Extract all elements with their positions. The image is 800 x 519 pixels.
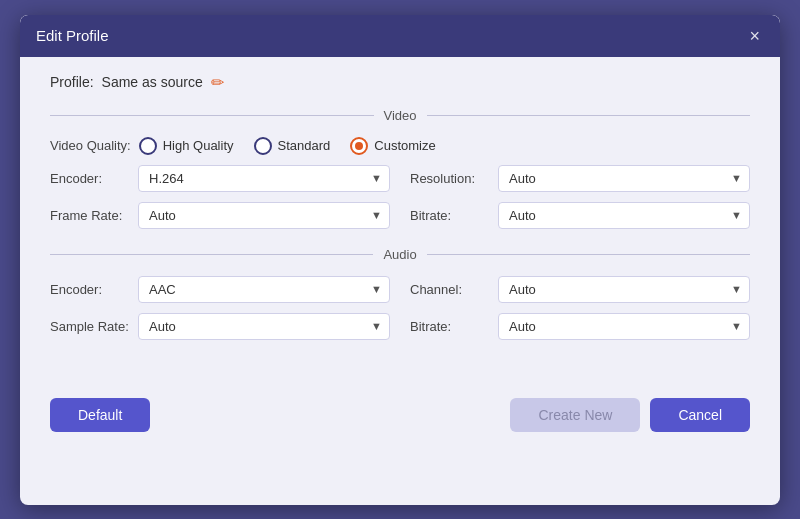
resolution-select[interactable]: Auto 1920x1080 1280x720 <box>498 165 750 192</box>
sample-rate-row: Sample Rate: Auto 44100 48000 ▼ <box>50 313 390 340</box>
create-new-button[interactable]: Create New <box>510 398 640 432</box>
video-encoder-select-wrapper: H.264 H.265 MPEG-4 ▼ <box>138 165 390 192</box>
quality-high-label: High Quality <box>163 138 234 153</box>
video-fields-grid: Encoder: H.264 H.265 MPEG-4 ▼ Resolution… <box>50 165 750 229</box>
video-divider: Video <box>50 108 750 123</box>
video-encoder-select[interactable]: H.264 H.265 MPEG-4 <box>138 165 390 192</box>
edit-profile-dialog: Edit Profile × Profile: Same as source ✏… <box>20 15 780 505</box>
audio-encoder-select[interactable]: AAC MP3 AC3 <box>138 276 390 303</box>
audio-encoder-label: Encoder: <box>50 282 130 297</box>
video-bitrate-select[interactable]: Auto 1000k 2000k 4000k <box>498 202 750 229</box>
sample-rate-label: Sample Rate: <box>50 319 130 334</box>
radio-customize[interactable]: Customize <box>350 137 435 155</box>
channel-label: Channel: <box>410 282 490 297</box>
frame-rate-row: Frame Rate: Auto 24 25 30 60 ▼ <box>50 202 390 229</box>
audio-fields-grid: Encoder: AAC MP3 AC3 ▼ Channel: <box>50 276 750 340</box>
edit-profile-icon[interactable]: ✏ <box>211 73 224 92</box>
resolution-select-wrapper: Auto 1920x1080 1280x720 ▼ <box>498 165 750 192</box>
dialog-body: Profile: Same as source ✏ Video Video Qu… <box>20 57 780 378</box>
radio-circle-high <box>139 137 157 155</box>
resolution-label: Resolution: <box>410 171 490 186</box>
audio-encoder-select-wrapper: AAC MP3 AC3 ▼ <box>138 276 390 303</box>
audio-section: Audio Encoder: AAC MP3 AC3 ▼ <box>50 247 750 340</box>
channel-select-wrapper: Auto Stereo Mono ▼ <box>498 276 750 303</box>
channel-row: Channel: Auto Stereo Mono ▼ <box>410 276 750 303</box>
close-button[interactable]: × <box>745 25 764 47</box>
audio-bitrate-row: Bitrate: Auto 128k 192k 320k ▼ <box>410 313 750 340</box>
quality-standard-label: Standard <box>278 138 331 153</box>
audio-encoder-row: Encoder: AAC MP3 AC3 ▼ <box>50 276 390 303</box>
dialog-title: Edit Profile <box>36 27 109 44</box>
frame-rate-select[interactable]: Auto 24 25 30 60 <box>138 202 390 229</box>
frame-rate-select-wrapper: Auto 24 25 30 60 ▼ <box>138 202 390 229</box>
audio-divider: Audio <box>50 247 750 262</box>
audio-bitrate-label: Bitrate: <box>410 319 490 334</box>
radio-standard[interactable]: Standard <box>254 137 331 155</box>
radio-circle-customize <box>350 137 368 155</box>
radio-inner-customize <box>355 142 363 150</box>
video-section-title: Video <box>384 108 417 123</box>
title-bar: Edit Profile × <box>20 15 780 57</box>
profile-value: Same as source <box>102 74 203 90</box>
video-section: Video Video Quality: High Quality Standa… <box>50 108 750 229</box>
cancel-button[interactable]: Cancel <box>650 398 750 432</box>
audio-bitrate-select-wrapper: Auto 128k 192k 320k ▼ <box>498 313 750 340</box>
video-encoder-label: Encoder: <box>50 171 130 186</box>
audio-bitrate-select[interactable]: Auto 128k 192k 320k <box>498 313 750 340</box>
radio-circle-standard <box>254 137 272 155</box>
frame-rate-label: Frame Rate: <box>50 208 130 223</box>
audio-section-title: Audio <box>383 247 416 262</box>
quality-customize-label: Customize <box>374 138 435 153</box>
video-bitrate-select-wrapper: Auto 1000k 2000k 4000k ▼ <box>498 202 750 229</box>
dialog-footer: Default Create New Cancel <box>20 386 780 448</box>
profile-label: Profile: <box>50 74 94 90</box>
radio-high-quality[interactable]: High Quality <box>139 137 234 155</box>
sample-rate-select[interactable]: Auto 44100 48000 <box>138 313 390 340</box>
video-bitrate-row: Bitrate: Auto 1000k 2000k 4000k ▼ <box>410 202 750 229</box>
footer-right-buttons: Create New Cancel <box>510 398 750 432</box>
sample-rate-select-wrapper: Auto 44100 48000 ▼ <box>138 313 390 340</box>
video-quality-label: Video Quality: <box>50 138 131 153</box>
resolution-row: Resolution: Auto 1920x1080 1280x720 ▼ <box>410 165 750 192</box>
default-button[interactable]: Default <box>50 398 150 432</box>
channel-select[interactable]: Auto Stereo Mono <box>498 276 750 303</box>
video-bitrate-label: Bitrate: <box>410 208 490 223</box>
profile-row: Profile: Same as source ✏ <box>50 73 750 92</box>
video-encoder-row: Encoder: H.264 H.265 MPEG-4 ▼ <box>50 165 390 192</box>
